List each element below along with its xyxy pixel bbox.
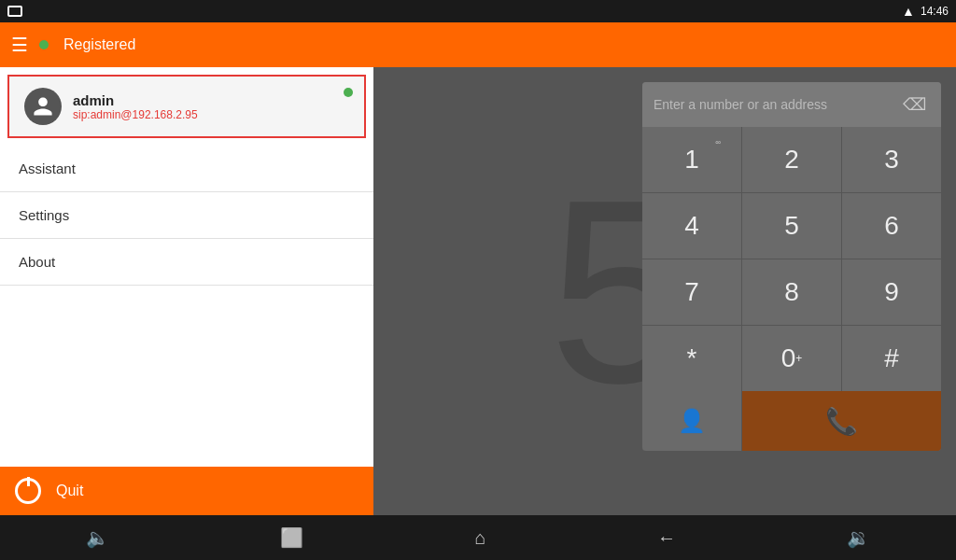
key-4[interactable]: 4 bbox=[642, 193, 741, 259]
dial-input[interactable] bbox=[654, 97, 899, 112]
key-0-plus: + bbox=[795, 352, 802, 365]
registered-dot bbox=[39, 40, 49, 49]
status-bar: ▲ 14:46 bbox=[0, 0, 956, 22]
key-9[interactable]: 9 bbox=[842, 259, 941, 325]
app-title: Registered bbox=[63, 36, 135, 53]
key-hash[interactable]: # bbox=[842, 326, 941, 391]
volume-down-icon[interactable]: 🔈 bbox=[86, 526, 109, 549]
contacts-icon: 👤 bbox=[678, 408, 706, 434]
clock: 14:46 bbox=[921, 5, 949, 18]
dialpad: ⌫ 1∞ 2 3 4 5 6 7 8 9 * 0+ # 👤 bbox=[642, 82, 941, 451]
menu-hamburger-icon[interactable]: ☰ bbox=[11, 34, 28, 56]
account-name: admin bbox=[73, 92, 349, 108]
volume-up-icon[interactable]: 🔉 bbox=[847, 526, 870, 549]
account-status-dot bbox=[344, 88, 353, 97]
key-5[interactable]: 5 bbox=[742, 193, 841, 259]
main-content: 5 ⌫ 1∞ 2 3 4 5 6 7 8 9 * 0+ # bbox=[373, 67, 956, 515]
home-icon[interactable]: ⌂ bbox=[474, 527, 485, 549]
call-button[interactable]: 📞 bbox=[742, 391, 941, 451]
back-icon[interactable]: ← bbox=[657, 527, 676, 549]
nav-bar: 🔈 ⬜ ⌂ ← 🔉 bbox=[0, 515, 956, 560]
key-1[interactable]: 1∞ bbox=[642, 127, 741, 192]
key-1-sub: ∞ bbox=[715, 138, 721, 147]
action-row: 👤 📞 bbox=[642, 391, 941, 451]
key-2[interactable]: 2 bbox=[742, 127, 841, 192]
sidebar-item-about[interactable]: About bbox=[0, 239, 373, 286]
sidebar-item-settings[interactable]: Settings bbox=[0, 192, 373, 239]
sidebar: admin sip:admin@192.168.2.95 Assistant S… bbox=[0, 67, 373, 515]
key-7[interactable]: 7 bbox=[642, 259, 741, 325]
account-info: admin sip:admin@192.168.2.95 bbox=[73, 92, 349, 121]
avatar bbox=[24, 88, 62, 125]
account-item[interactable]: admin sip:admin@192.168.2.95 bbox=[7, 75, 366, 138]
key-6[interactable]: 6 bbox=[842, 193, 941, 259]
contacts-button[interactable]: 👤 bbox=[642, 391, 741, 451]
sidebar-item-assistant[interactable]: Assistant bbox=[0, 146, 373, 192]
recent-apps-icon[interactable]: ⬜ bbox=[280, 526, 303, 549]
key-3[interactable]: 3 bbox=[842, 127, 941, 192]
app-bar: ☰ Registered bbox=[0, 22, 956, 67]
key-star[interactable]: * bbox=[642, 326, 741, 391]
backspace-button[interactable]: ⌫ bbox=[899, 91, 930, 119]
dial-input-row: ⌫ bbox=[642, 82, 941, 127]
screen-icon bbox=[7, 6, 22, 17]
keypad-grid: 1∞ 2 3 4 5 6 7 8 9 * 0+ # bbox=[642, 127, 941, 391]
wifi-icon: ▲ bbox=[902, 4, 915, 19]
account-sip: sip:admin@192.168.2.95 bbox=[73, 108, 349, 121]
user-icon bbox=[32, 95, 54, 118]
key-8[interactable]: 8 bbox=[742, 259, 841, 325]
key-0[interactable]: 0+ bbox=[742, 326, 841, 391]
call-icon: 📞 bbox=[825, 406, 858, 437]
quit-button[interactable]: Quit bbox=[0, 467, 373, 515]
quit-label: Quit bbox=[56, 483, 83, 499]
power-icon bbox=[15, 478, 41, 504]
